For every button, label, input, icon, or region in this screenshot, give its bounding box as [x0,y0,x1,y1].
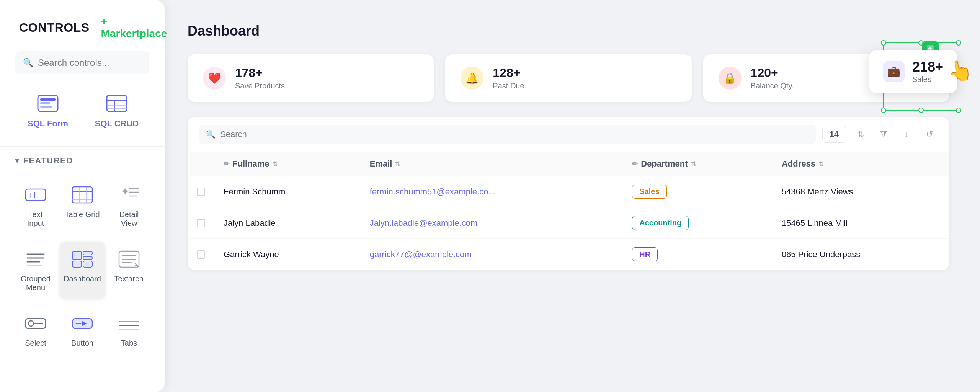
th-checkbox [188,152,214,176]
sales-label: Sales [912,75,943,84]
svg-rect-28 [83,256,92,260]
table-count-badge: 14 [822,126,846,143]
sidebar-item-grouped-menu[interactable]: Grouped Menu [15,242,56,298]
col-fullname: Fullname [232,159,270,169]
sidebar-item-select[interactable]: Select [15,306,56,354]
stat-label-past-due: Past Due [493,82,524,90]
tab-controls[interactable]: CONTROLS [19,21,90,35]
sidebar-item-sql-crud[interactable]: SQL CRUD [84,86,149,135]
cell-email-1: Jalyn.labadie@example.com [361,207,623,239]
search-bar[interactable]: 🔍 [15,51,149,74]
table-search-icon: 🔍 [206,130,216,139]
data-table: ✏ Fullname ⇅ Email ⇅ ✏ [188,152,949,270]
svg-text:T: T [29,191,33,199]
data-table-container: 🔍 14 ⇅ ⧩ ↓ ↺ ✏ Fullname ⇅ [188,117,949,270]
handle-tl[interactable] [881,40,886,46]
edit-fullname-icon: ✏ [224,160,229,168]
table-row: Jalyn Labadie Jalyn.labadie@example.com … [188,207,949,239]
cell-address-2: 065 Price Underpass [773,239,949,270]
row-checkbox-1[interactable] [197,219,205,227]
cursor-pointer-icon: 👆 [946,57,974,85]
handle-br[interactable] [956,108,961,113]
featured-label: ▾ FEATURED [15,156,149,166]
th-email: Email ⇅ [361,152,623,176]
table-row: Garrick Wayne garrick77@@example.com HR … [188,239,949,270]
tab-marketplace[interactable]: + Markertplace [101,15,167,40]
row-checkbox-2[interactable] [197,250,205,259]
button-icon [69,312,96,335]
stat-number-balance: 120+ [751,66,794,80]
page-title: Dashboard [188,23,949,39]
col-address: Address [782,159,815,169]
sidebar-item-text-input[interactable]: T Text Input [15,177,56,234]
textarea-icon [115,248,143,271]
svg-point-36 [28,321,34,326]
cell-address-1: 15465 Linnea Mill [773,207,949,239]
row-checkbox-cell [188,239,214,270]
search-icon: 🔍 [23,58,33,68]
sales-number: 218+ [912,59,943,75]
table-search-input[interactable] [220,129,325,139]
select-label: Select [25,339,46,348]
dashboard-icon [69,248,96,271]
row-checkbox-0[interactable] [197,188,205,196]
sales-icon: 💼 [883,61,905,82]
search-input[interactable] [38,57,142,68]
sidebar-item-tabs[interactable]: Tabs [109,306,149,354]
tabs-label: Tabs [121,339,137,348]
select-icon [22,312,49,335]
sort-dept-icon[interactable]: ⇅ [691,160,696,168]
dashboard-label: Dashboard [64,274,101,283]
th-department: ✏ Department ⇅ [623,152,773,176]
svg-rect-26 [72,251,82,260]
th-fullname: ✏ Fullname ⇅ [214,152,361,176]
textarea-label: Textarea [114,274,144,283]
detail-view-label: Detail View [113,210,145,228]
filter-button[interactable]: ⧩ [875,126,892,143]
row-checkbox-cell [188,207,214,239]
download-button[interactable]: ↓ [898,126,915,143]
cell-fullname-1: Jalyn Labadie [214,207,361,239]
row-checkbox-cell [188,176,214,207]
table-grid-label: Table Grid [65,210,100,219]
sort-address-icon[interactable]: ⇅ [818,160,823,168]
table-row: Fermin Schumm fermin.schumm51@example.co… [188,176,949,207]
sidebar-item-dashboard[interactable]: Dashboard [60,242,105,298]
chevron-down-icon[interactable]: ▾ [15,157,20,165]
save-products-icon: ❤️ [203,67,226,90]
cell-email-2: garrick77@@example.com [361,239,623,270]
sort-email-icon[interactable]: ⇅ [395,160,400,168]
table-grid-icon [69,183,96,206]
svg-rect-27 [83,251,92,255]
stat-label-save: Save Products [235,82,285,90]
sort-button[interactable]: ⇅ [852,126,869,143]
refresh-button[interactable]: ↺ [921,126,938,143]
sort-fullname-icon[interactable]: ⇅ [273,160,278,168]
col-department: Department [641,159,688,169]
svg-rect-2 [40,102,50,104]
grouped-menu-icon [22,248,49,271]
sql-form-label: SQL Form [28,119,68,129]
svg-rect-29 [72,261,82,267]
svg-text:✦: ✦ [121,186,129,198]
sql-crud-label: SQL CRUD [95,119,139,129]
handle-bm[interactable] [918,108,924,113]
sidebar-item-textarea[interactable]: Textarea [109,242,149,298]
featured-section: ▾ FEATURED T Text Input [0,156,165,361]
sidebar-item-table-grid[interactable]: Table Grid [60,177,105,234]
stat-label-balance: Balance Qty. [751,82,794,90]
sidebar-item-sql-form[interactable]: SQL Form [15,86,80,135]
controls-grid: T Text Input [15,177,149,354]
sidebar-tabs: CONTROLS + Markertplace [0,15,165,51]
handle-bl[interactable] [881,108,886,113]
balance-icon: 🔒 [719,67,742,90]
sidebar-item-detail-view[interactable]: ✦ Detail View [109,177,149,234]
table-toolbar: 🔍 14 ⇅ ⧩ ↓ ↺ [188,117,949,152]
sidebar: CONTROLS + Markertplace 🔍 SQL Form [0,0,165,392]
sales-widget: 💼 218+ Sales [869,50,957,93]
cell-email-0: fermin.schumm51@example.co... [361,176,623,207]
table-search-bar[interactable]: 🔍 [199,125,816,144]
handle-tr[interactable] [956,40,961,46]
sidebar-item-button[interactable]: Button [60,306,105,354]
svg-rect-30 [83,261,92,267]
